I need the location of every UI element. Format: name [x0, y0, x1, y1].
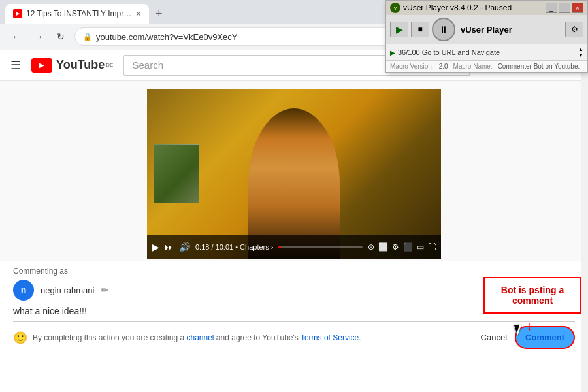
miniplayer-button[interactable]: ⬛	[403, 242, 413, 252]
maximize-button[interactable]: □	[559, 3, 570, 13]
vuser-control-bar: ▶ ■ ⏸ vUser Player ⚙	[386, 15, 587, 44]
close-button[interactable]: ×	[572, 3, 583, 13]
edit-icon[interactable]: ✏	[101, 285, 108, 295]
macro-name-label: Macro Name:	[453, 63, 493, 70]
status-text: 36/100 Go to URL and Navigate	[398, 48, 576, 56]
vuser-app-title: vUser Player	[461, 25, 563, 35]
youtube-logo-icon	[31, 58, 52, 73]
video-thumbnail-small	[154, 144, 199, 203]
youtube-logo: YouTube DE	[31, 58, 113, 73]
mouse-cursor	[514, 325, 527, 341]
settings-video-button[interactable]: ⚙	[392, 242, 399, 252]
progress-bar[interactable]	[278, 246, 363, 248]
volume-button[interactable]: 🔊	[179, 242, 190, 252]
user-avatar: n	[13, 280, 34, 301]
vuser-title-left: v vUser Player v8.4.0.2 - Paused	[390, 3, 512, 13]
tab-title: 12 Tips To INSTANTLY Improve Y...	[26, 9, 132, 18]
channel-link[interactable]: channel	[186, 333, 214, 342]
next-button[interactable]: ⏭	[165, 242, 174, 252]
vuser-status-bar: ▶ 36/100 Go to URL and Navigate ▲ ▼	[386, 44, 587, 61]
progress-fill	[278, 246, 281, 248]
forward-button[interactable]: →	[30, 28, 47, 45]
emoji-button[interactable]: 🙂	[13, 331, 27, 345]
time-display: 0:18 / 10:01 • Chapters ›	[195, 243, 273, 251]
new-tab-button[interactable]: +	[152, 7, 167, 21]
vuser-logo-icon: v	[390, 3, 400, 13]
active-tab[interactable]: 12 Tips To INSTANTLY Improve Y... ×	[5, 4, 149, 24]
hamburger-menu[interactable]: ☰	[10, 58, 21, 73]
bot-annotation-box: Bot is psting a comment	[483, 277, 581, 314]
control-icons-right: ⊙ ⬜ ⚙ ⬛ ▭ ⛶	[368, 242, 436, 252]
vuser-play-button[interactable]: ▶	[390, 22, 408, 37]
caption-button[interactable]: ⬜	[378, 242, 388, 252]
comment-footer: 🙂 By completing this action you are crea…	[13, 326, 575, 349]
commenting-as-label: Commenting as	[13, 267, 575, 276]
pause-icon: ⏸	[439, 24, 448, 35]
vuser-player-window: v vUser Player v8.4.0.2 - Paused _ □ × ▶…	[385, 0, 588, 73]
video-area: ▶ ⏭ 🔊 0:18 / 10:01 • Chapters › ⊙ ⬜ ⚙ ⬛	[0, 81, 588, 261]
terms-link[interactable]: Terms of Service	[301, 333, 359, 342]
back-button[interactable]: ←	[8, 28, 25, 45]
vuser-settings-button[interactable]: ⚙	[565, 22, 583, 37]
vuser-avatar: ⏸	[432, 18, 455, 41]
tab-favicon	[13, 9, 22, 18]
minimize-button[interactable]: _	[546, 3, 557, 13]
subtitles-button[interactable]: ⊙	[368, 242, 374, 252]
lock-icon: 🔒	[83, 33, 92, 41]
youtube-logo-text: YouTube	[56, 58, 105, 72]
annotation-arrow: ↓	[526, 318, 532, 333]
step-up-button[interactable]: ▲	[578, 46, 583, 52]
fullscreen-button[interactable]: ⛶	[428, 242, 436, 252]
step-down-button[interactable]: ▼	[578, 52, 583, 58]
macro-name: Commenter Bot on Youtube.	[498, 63, 580, 70]
macro-version-label: Macro Version:	[390, 63, 434, 70]
vuser-stop-button[interactable]: ■	[411, 22, 429, 37]
video-player[interactable]: ▶ ⏭ 🔊 0:18 / 10:01 • Chapters › ⊙ ⬜ ⚙ ⬛	[147, 89, 441, 259]
status-play-icon: ▶	[390, 49, 395, 56]
refresh-button[interactable]: ↻	[52, 28, 69, 45]
vuser-title-bar: v vUser Player v8.4.0.2 - Paused _ □ ×	[386, 1, 587, 15]
annotation-text: Bot is psting a comment	[501, 285, 564, 306]
window-control-buttons: _ □ ×	[546, 3, 583, 13]
search-placeholder: Search	[132, 59, 163, 71]
username: negin rahmani	[41, 286, 94, 295]
footer-text: By completing this action you are creati…	[33, 333, 473, 342]
macro-version: 2.0	[439, 63, 448, 70]
theater-button[interactable]: ▭	[417, 242, 424, 252]
url-text: youtube.com/watch?v=VkEe0v9XecY	[96, 32, 237, 42]
play-button[interactable]: ▶	[152, 242, 159, 252]
step-buttons: ▲ ▼	[578, 46, 583, 58]
vuser-macro-bar: Macro Version: 2.0 Macro Name: Commenter…	[386, 61, 587, 72]
video-controls: ▶ ⏭ 🔊 0:18 / 10:01 • Chapters › ⊙ ⬜ ⚙ ⬛	[147, 235, 441, 259]
youtube-country-badge: DE	[106, 62, 113, 68]
video-background	[147, 89, 441, 259]
tab-close-button[interactable]: ×	[136, 8, 141, 19]
vuser-title-text: vUser Player v8.4.0.2 - Paused	[403, 3, 512, 12]
cancel-button[interactable]: Cancel	[473, 327, 515, 348]
